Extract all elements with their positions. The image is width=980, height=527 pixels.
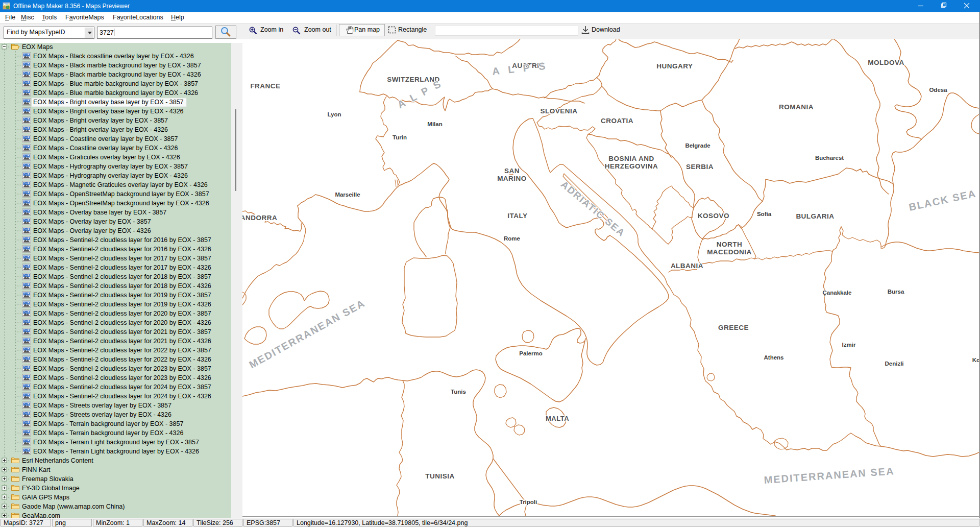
svg-text:Athens: Athens [764,354,784,361]
svg-text:ROMANIA: ROMANIA [779,103,814,111]
svg-text:EOX Maps - Graticules overlay: EOX Maps - Graticules overlay layer by E… [33,154,180,161]
svg-text:GeaMap.com: GeaMap.com [22,512,60,518]
svg-text:EOX Maps - Bright overlay base: EOX Maps - Bright overlay base layer by … [33,108,184,115]
svg-text:EOX Maps - Sentinel-2 cloudles: EOX Maps - Sentinel-2 cloudless layer fo… [33,374,211,381]
svg-text:GREECE: GREECE [718,324,749,331]
svg-text:EOX Maps - Overlay layer by EO: EOX Maps - Overlay layer by EOX - 4326 [33,227,151,234]
svg-text:Sofia: Sofia [757,211,772,217]
svg-text:ALBANIA: ALBANIA [671,262,703,270]
svg-text:FY-3D Global Image: FY-3D Global Image [22,485,80,492]
svg-text:EOX Maps - Bright overlay laye: EOX Maps - Bright overlay layer by EOX -… [33,117,168,124]
svg-text:EOX Maps - Bright overlay laye: EOX Maps - Bright overlay layer by EOX -… [33,126,168,133]
svg-text:EOX Maps - Streets overlay lay: EOX Maps - Streets overlay layer by EOX … [33,411,172,418]
svg-text:EOX Maps - Streets overlay lay: EOX Maps - Streets overlay layer by EOX … [33,402,172,409]
svg-text:Turin: Turin [393,134,407,140]
svg-text:EOX Maps - Sentinel-2 cloudles: EOX Maps - Sentinel-2 cloudless layer fo… [33,393,211,400]
svg-text:EOX Maps - Sentinel-2 cloudles: EOX Maps - Sentinel-2 cloudless layer fo… [33,236,211,244]
svg-text:EOX Maps - Overlay layer by EO: EOX Maps - Overlay layer by EOX - 3857 [33,218,151,225]
svg-text:FINN Kart: FINN Kart [22,466,51,473]
svg-text:EOX Maps - Sentinel-2 cloudles: EOX Maps - Sentinel-2 cloudless layer fo… [33,246,211,253]
svg-text:EOX Maps - Black marble backgr: EOX Maps - Black marble background layer… [33,71,201,78]
svg-text:EOX Maps - Blue marble backgro: EOX Maps - Blue marble background layer … [33,80,198,87]
svg-text:Esri Netherlands Content: Esri Netherlands Content [22,457,93,464]
svg-text:Odesa: Odesa [929,87,947,93]
svg-text:EOX Maps - Hydrography overlay: EOX Maps - Hydrography overlay layer by … [33,172,188,179]
svg-text:BLACK SEA: BLACK SEA [908,187,977,213]
svg-text:EOX Maps - Sentinel-2 cloudles: EOX Maps - Sentinel-2 cloudless layer fo… [33,347,211,354]
svg-text:Tripoli: Tripoli [520,499,537,505]
svg-text:Gaode Map (www.amap.com China): Gaode Map (www.amap.com China) [22,503,125,510]
svg-text:EOX Maps - Sentinel-2 cloudles: EOX Maps - Sentinel-2 cloudless layer fo… [33,365,211,372]
svg-text:EOX Maps - Terrain Light backg: EOX Maps - Terrain Light background laye… [33,439,199,446]
svg-text:EOX Maps - Hydrography overlay: EOX Maps - Hydrography overlay layer by … [33,163,188,170]
svg-text:BULGARIA: BULGARIA [796,212,834,220]
svg-text:MACEDONIA: MACEDONIA [707,248,752,256]
svg-text:Marseille: Marseille [335,191,360,198]
svg-text:HERZEGOVINA: HERZEGOVINA [605,162,658,170]
svg-text:EOX Maps - OpenStreetMap backg: EOX Maps - OpenStreetMap background laye… [33,200,209,207]
svg-text:SERBIA: SERBIA [686,163,714,171]
svg-text:EOX Maps - Black marble backgr: EOX Maps - Black marble background layer… [33,62,201,69]
svg-text:EOX Maps - Terrain background: EOX Maps - Terrain background layer by E… [33,429,183,437]
svg-text:Tunis: Tunis [451,389,466,395]
svg-text:Lyon: Lyon [327,111,341,117]
svg-text:Bucharest: Bucharest [815,155,844,161]
svg-text:EOX Maps - Overlay base layer: EOX Maps - Overlay base layer by EOX - 3… [33,209,166,216]
svg-text:EOX Maps - Sentinel-2 cloudles: EOX Maps - Sentinel-2 cloudless layer fo… [33,292,211,299]
svg-text:EOX Maps - Sentinel-2 cloudles: EOX Maps - Sentinel-2 cloudless layer fo… [33,282,211,290]
svg-text:Palermo: Palermo [519,350,542,356]
svg-text:EOX Maps - Sentinel-2 cloudles: EOX Maps - Sentinel-2 cloudless layer fo… [33,273,211,280]
svg-text:EOX Maps - Sentinel-2 cloudles: EOX Maps - Sentinel-2 cloudless layer fo… [33,356,211,363]
svg-text:KOSOVO: KOSOVO [698,212,729,220]
svg-text:EOX Maps - Sentinel-2 cloudles: EOX Maps - Sentinel-2 cloudless layer fo… [33,319,211,326]
svg-text:Freemap Slovakia: Freemap Slovakia [22,475,74,483]
svg-text:Çanakkale: Çanakkale [823,290,852,296]
svg-text:MALTA: MALTA [546,415,569,422]
svg-text:EOX Maps - Sentinel-2 cloudles: EOX Maps - Sentinel-2 cloudless layer fo… [33,255,211,262]
svg-text:EOX Maps - Sentinel-2 cloudles: EOX Maps - Sentinel-2 cloudless layer fo… [33,310,211,317]
svg-text:EOX Maps - Coastline overlay l: EOX Maps - Coastline overlay layer by EO… [33,145,178,152]
svg-text:EOX Maps - Blue marble backgro: EOX Maps - Blue marble background layer … [33,89,198,97]
svg-text:MEDITERRANEAN SEA: MEDITERRANEAN SEA [764,465,895,486]
svg-text:EOX Maps - Bright overlay base: EOX Maps - Bright overlay base layer by … [33,99,184,106]
svg-text:EOX Maps - Sentinel-2 cloudles: EOX Maps - Sentinel-2 cloudless layer fo… [33,301,211,308]
svg-text:EOX Maps - Terrain background: EOX Maps - Terrain background layer by E… [33,420,183,427]
svg-text:A L P S: A L P S [492,60,549,77]
svg-text:GAIA GPS Maps: GAIA GPS Maps [22,494,69,501]
svg-text:EOX Maps - Sentinel-2 cloudles: EOX Maps - Sentinel-2 cloudless layer fo… [33,384,211,391]
svg-text:HUNGARY: HUNGARY [656,62,693,70]
svg-text:Izmir: Izmir [842,342,856,348]
svg-text:CROATIA: CROATIA [601,117,633,125]
svg-text:Kon: Kon [972,357,979,363]
svg-text:ITALY: ITALY [507,212,527,220]
svg-text:EOX Maps - Coastline overlay l: EOX Maps - Coastline overlay layer by EO… [33,135,178,142]
svg-text:Denizli: Denizli [885,361,903,367]
svg-text:ANDORRA: ANDORRA [242,214,277,222]
svg-text:NORTH: NORTH [717,241,743,248]
svg-text:EOX Maps - OpenStreetMap backg: EOX Maps - OpenStreetMap background laye… [33,190,209,198]
svg-text:EOX Maps - Sentinel-2 cloudles: EOX Maps - Sentinel-2 cloudless layer fo… [33,338,211,345]
svg-text:EOX Maps: EOX Maps [22,43,53,51]
svg-text:Rome: Rome [504,235,520,242]
svg-text:Milan: Milan [427,121,442,127]
svg-text:SLOVENIA: SLOVENIA [540,107,577,115]
svg-text:EOX Maps - Terrain Light backg: EOX Maps - Terrain Light background laye… [33,448,199,455]
svg-text:TUNISIA: TUNISIA [425,472,455,480]
svg-text:MARINO: MARINO [497,175,527,182]
svg-text:EOX Maps - Sentinel-2 cloudles: EOX Maps - Sentinel-2 cloudless layer fo… [33,264,211,271]
svg-text:EOX Maps - Magnetic Graticules: EOX Maps - Magnetic Graticules overlay l… [33,181,208,188]
svg-text:EOX Maps - Black coastline ove: EOX Maps - Black coastline overlay layer… [33,53,194,60]
svg-text:Bursa: Bursa [888,289,904,295]
svg-text:EOX Maps - Sentinel-2 cloudles: EOX Maps - Sentinel-2 cloudless layer fo… [33,328,211,336]
svg-text:SAN: SAN [504,167,520,175]
svg-text:BOSNIA AND: BOSNIA AND [608,155,654,162]
svg-text:FRANCE: FRANCE [250,82,280,90]
svg-text:Belgrade: Belgrade [685,142,710,149]
svg-text:ADRIATIC SEA: ADRIATIC SEA [559,179,627,238]
svg-text:MOLDOVA: MOLDOVA [868,59,904,66]
